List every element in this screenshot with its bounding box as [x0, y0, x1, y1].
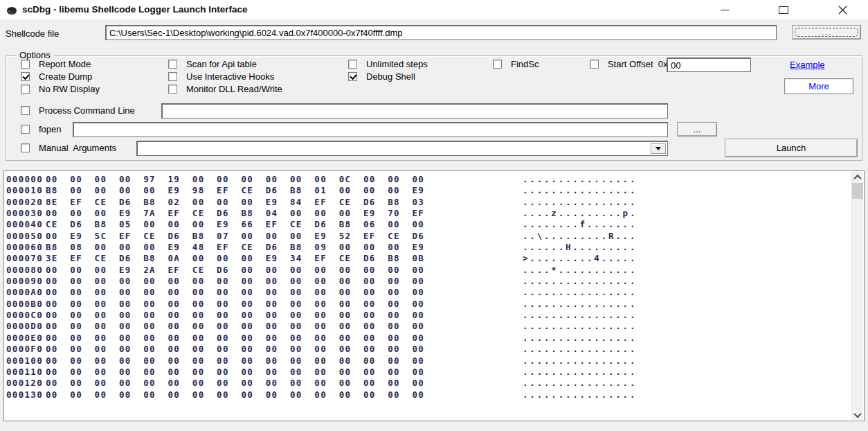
hex-row: 000010B8 00 00 00 00 E9 98 EF CE D6 B8 0…	[4, 185, 851, 196]
hex-row: 0000C000 00 00 00 00 00 00 00 00 00 00 0…	[4, 310, 851, 321]
title-bar: scDbg - libemu Shellcode Logger Launch I…	[0, 0, 868, 19]
combo-dropdown-button[interactable]	[651, 143, 666, 154]
shellcode-file-input[interactable]	[105, 25, 777, 40]
checkbox-findsc[interactable]	[493, 60, 502, 69]
start-offset-input[interactable]	[667, 58, 751, 72]
chevron-down-icon	[655, 147, 661, 150]
hex-row: 00009000 00 00 00 00 00 00 00 00 00 00 0…	[4, 276, 851, 287]
label-create-dump: Create Dump	[39, 71, 92, 82]
hex-row: 00011000 00 00 00 00 00 00 00 00 00 00 0…	[4, 367, 851, 378]
hex-row: 0000B000 00 00 00 00 00 00 00 00 00 00 0…	[4, 299, 851, 310]
close-button[interactable]	[832, 0, 853, 19]
checkbox-unlimited-steps[interactable]	[348, 60, 357, 69]
scrollbar-thumb[interactable]	[852, 183, 863, 199]
close-icon	[838, 6, 847, 15]
browse-ellipsis-label: ...	[795, 28, 858, 37]
label-fopen: fopen	[39, 124, 62, 134]
hex-row: 00013000 00 00 00 00 00 00 00 00 00 00 0…	[4, 389, 851, 401]
checkbox-no-rw-display[interactable]	[21, 85, 30, 94]
hex-row: 000040CE D6 B8 05 00 00 00 E9 66 EF CE D…	[4, 219, 851, 230]
label-report-mode: Report Mode	[39, 59, 91, 69]
app-icon	[6, 4, 17, 15]
checkbox-monitor-dll[interactable]	[168, 85, 177, 94]
vertical-scrollbar[interactable]	[851, 172, 863, 420]
minimize-button[interactable]	[714, 0, 735, 19]
label-monitor-dll: Monitor DLL Read/Write	[186, 84, 282, 94]
hex-row: 0000D000 00 00 00 00 00 00 00 00 00 00 0…	[4, 321, 851, 332]
hex-row: 00010000 00 00 00 00 00 00 00 00 00 00 0…	[4, 355, 851, 367]
label-findsc: FindSc	[511, 59, 539, 69]
checkbox-process-command-line[interactable]	[21, 106, 30, 115]
maximize-button[interactable]	[773, 0, 794, 19]
checkbox-manual-arguments[interactable]	[21, 143, 30, 152]
chevron-up-icon	[853, 174, 861, 182]
shellcode-file-label: Shellcode file	[6, 28, 59, 39]
checkbox-create-dump[interactable]	[21, 72, 30, 81]
hex-row: 00003000 00 00 E9 7A EF CE D6 B8 04 00 0…	[4, 208, 851, 219]
process-command-line-input[interactable]	[161, 103, 668, 118]
scroll-down-button[interactable]	[852, 410, 863, 420]
label-start-offset: Start Offset 0x	[608, 59, 667, 69]
checkbox-scan-api-table[interactable]	[168, 60, 177, 69]
label-no-rw-display: No RW Display	[39, 84, 100, 94]
minimize-icon	[721, 10, 730, 10]
label-debug-shell: Debug Shell	[366, 71, 415, 82]
label-process-command-line: Process Command Line	[39, 105, 135, 116]
fopen-browse-button[interactable]: ...	[677, 122, 717, 137]
hexdump-panel[interactable]: 00000000 00 00 00 97 19 00 00 00 00 00 0…	[3, 170, 865, 421]
label-manual-arguments: Manual Arguments	[39, 143, 116, 153]
chevron-down-icon	[853, 410, 861, 417]
maximize-icon	[779, 6, 788, 14]
hex-row: 00000000 00 00 00 97 19 00 00 00 00 00 0…	[4, 174, 851, 185]
hex-row: 0000A000 00 00 00 00 00 00 00 00 00 00 0…	[4, 287, 851, 298]
hex-row: 0000703E EF CE D6 B8 0A 00 00 00 E9 34 E…	[4, 253, 851, 264]
hex-row: 0000F000 00 00 00 00 00 00 00 00 00 00 0…	[4, 344, 851, 355]
hex-row: 00008000 00 00 E9 2A EF CE D6 00 00 00 0…	[4, 265, 851, 276]
hexdump-rows: 00000000 00 00 00 97 19 00 00 00 00 00 0…	[4, 174, 851, 401]
checkbox-fopen[interactable]	[21, 125, 30, 134]
example-link[interactable]: Example	[790, 60, 825, 70]
label-unlimited-steps: Unlimited steps	[366, 59, 428, 69]
hex-row: 0000E000 00 00 00 00 00 00 00 00 00 00 0…	[4, 333, 851, 344]
label-scan-api-table: Scan for Api table	[186, 59, 257, 69]
checkbox-interactive-hooks[interactable]	[168, 72, 177, 81]
fopen-input[interactable]	[73, 122, 668, 137]
checkbox-debug-shell[interactable]	[348, 72, 357, 81]
hex-row: 0000208E EF CE D6 B8 02 00 00 00 E9 84 E…	[4, 197, 851, 208]
launch-button[interactable]: Launch	[725, 139, 858, 157]
checkbox-start-offset[interactable]	[590, 60, 599, 69]
more-button[interactable]: More	[784, 78, 853, 94]
hex-row: 000060B8 08 00 00 00 E9 48 EF CE D6 B8 0…	[4, 242, 851, 253]
window-title: scDbg - libemu Shellcode Logger Launch I…	[22, 4, 248, 15]
scroll-up-button[interactable]	[852, 172, 863, 182]
label-interactive-hooks: Use Interactive Hooks	[186, 71, 274, 82]
checkbox-report-mode[interactable]	[21, 60, 30, 69]
hex-row: 00012000 00 00 00 00 00 00 00 00 00 00 0…	[4, 378, 851, 389]
shellcode-browse-button[interactable]: ...	[792, 25, 861, 39]
manual-arguments-combobox[interactable]	[136, 141, 668, 156]
hex-row: 00005000 E9 5C EF CE D6 B8 07 00 00 00 E…	[4, 231, 851, 242]
app-window: scDbg - libemu Shellcode Logger Launch I…	[0, 0, 868, 431]
